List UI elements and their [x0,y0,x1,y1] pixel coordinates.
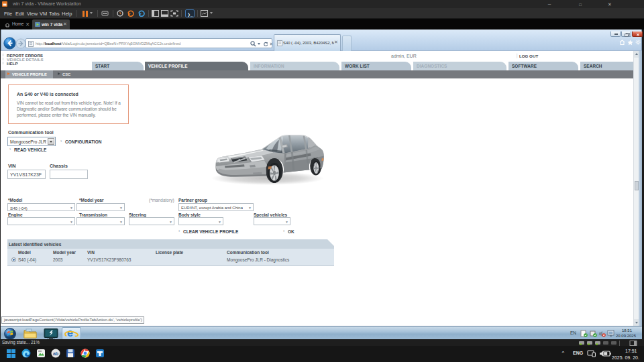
svg-text:ab: ab [53,351,58,356]
